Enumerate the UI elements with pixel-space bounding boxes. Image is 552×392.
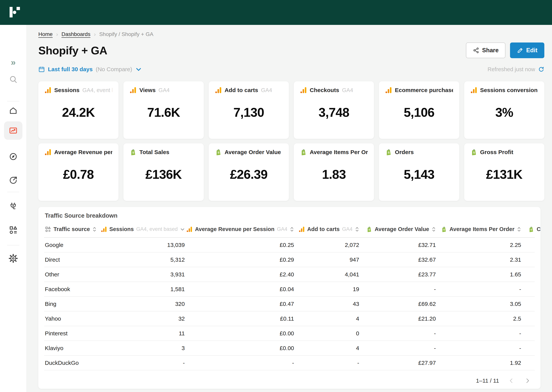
column-header-content: SAverage Items Per Order xyxy=(439,226,521,232)
search-icon[interactable] xyxy=(4,70,22,89)
metric-cell: £0.29 xyxy=(188,252,297,267)
home-icon[interactable] xyxy=(4,101,22,120)
kpi-card-average-revenue-per-s: Average Revenue per S£0.78 xyxy=(38,143,118,201)
edit-button[interactable]: Edit xyxy=(510,42,544,58)
pagination-prev-icon[interactable] xyxy=(508,377,515,385)
integrations-plug-icon[interactable] xyxy=(4,196,22,215)
metrics-shapes-icon[interactable] xyxy=(4,221,22,239)
column-label: Add to carts xyxy=(307,226,340,232)
metric-cell xyxy=(524,356,535,370)
metric-cell: 0 xyxy=(297,326,362,341)
table-row-other: Other3,931£2.404,041£23.771.65 xyxy=(44,267,535,282)
sidebar-divider xyxy=(7,192,19,192)
share-button[interactable]: Share xyxy=(466,42,505,58)
metric-cell: 4,041 xyxy=(297,267,362,282)
svg-text:S: S xyxy=(368,228,370,231)
compass-icon[interactable] xyxy=(4,147,22,166)
share-button-label: Share xyxy=(482,47,499,54)
metric-cell: - xyxy=(362,282,439,296)
metric-cell: £2.40 xyxy=(188,267,297,282)
shopify-icon: S xyxy=(528,226,534,232)
column-label: C xyxy=(537,226,540,232)
date-range-label: Last full 30 days xyxy=(48,66,93,73)
traffic-source-cell: Bing xyxy=(44,296,105,311)
kpi-value: £131K xyxy=(470,153,538,196)
sidebar-divider xyxy=(7,245,19,245)
column-header-average-revenue-per-session[interactable]: Average Revenue per SessionGA4 xyxy=(188,221,297,238)
column-header-content: Traffic source xyxy=(45,226,105,232)
metric-cell: £27.97 xyxy=(362,356,439,370)
refresh-icon[interactable] xyxy=(538,66,544,72)
metric-cell: £0.47 xyxy=(188,296,297,311)
column-header-add-to-carts[interactable]: Add to cartsGA4 xyxy=(297,221,362,238)
column-header-average-items-per-order[interactable]: SAverage Items Per Order xyxy=(439,221,524,238)
metric-cell: 43 xyxy=(297,296,362,311)
metric-cell: 19 xyxy=(297,282,362,296)
chevron-down-icon xyxy=(135,66,142,73)
date-range-filter[interactable]: Last full 30 days (No Compare) xyxy=(38,66,142,73)
table-footer: 1–11 / 11 xyxy=(44,377,535,385)
column-label: Average Revenue per Session xyxy=(195,226,275,232)
column-header-traffic-source[interactable]: Traffic source xyxy=(44,221,105,238)
kpi-value: 3,748 xyxy=(300,91,368,133)
metric-cell: 947 xyxy=(297,252,362,267)
dashboards-icon[interactable] xyxy=(4,121,22,140)
metric-cell: 2,072 xyxy=(297,238,362,252)
metric-cell: - xyxy=(362,341,439,356)
metric-cell: 2.5 xyxy=(439,311,524,326)
metric-cell xyxy=(524,267,535,282)
header-actions: Share Edit xyxy=(466,42,544,58)
collapse-double-chevron-icon[interactable]: » xyxy=(4,53,22,71)
open-external-circle-icon[interactable] xyxy=(4,171,22,189)
kpi-card-total-sales: STotal Sales£136K xyxy=(123,143,203,201)
metric-cell: 1.65 xyxy=(439,267,524,282)
traffic-source-cell: Other xyxy=(44,267,105,282)
ga4-icon xyxy=(299,226,305,232)
chevron-right-icon: › xyxy=(56,31,58,37)
column-header-average-order-value[interactable]: SAverage Order Value xyxy=(362,221,439,238)
sort-arrows-icon xyxy=(355,226,359,232)
metric-cell: 2.25 xyxy=(439,238,524,252)
metric-cell: - xyxy=(439,282,524,296)
kpi-card-views: ViewsGA471.6K xyxy=(123,81,203,139)
metric-cell xyxy=(524,296,535,311)
kpi-value: £0.78 xyxy=(44,153,112,196)
column-source-label: GA4 xyxy=(277,226,287,232)
column-source-label: GA4, event based xyxy=(136,226,178,232)
metric-cell: £0.25 xyxy=(188,238,297,252)
metric-cell: £0.04 xyxy=(188,282,297,296)
svg-text:S: S xyxy=(443,228,445,231)
left-sidebar: » xyxy=(0,25,27,392)
breadcrumb: Home › Dashboards › Shopify / Shopify + … xyxy=(38,25,544,37)
metric-cell: - xyxy=(439,341,524,356)
table-row-duckduckgo: DuckDuckGo---£27.971.92 xyxy=(44,356,535,370)
breadcrumb-dashboards-link[interactable]: Dashboards xyxy=(62,31,90,37)
column-label: Sessions xyxy=(109,226,134,232)
compare-label: (No Compare) xyxy=(96,66,132,73)
kpi-value: 1.83 xyxy=(300,153,368,196)
kpi-value: 71.6K xyxy=(130,91,197,133)
metric-cell: - xyxy=(297,356,362,370)
column-header-sessions[interactable]: SessionsGA4, event based xyxy=(105,221,188,238)
top-bar xyxy=(0,0,552,25)
metric-cell: 3.05 xyxy=(439,296,524,311)
brand-logo-icon[interactable] xyxy=(10,7,20,18)
table-row-direct: Direct5,312£0.29947£32.672.31 xyxy=(44,252,535,267)
dimension-icon xyxy=(45,226,51,232)
table-row-google: Google13,039£0.252,072£32.712.25 xyxy=(44,238,535,252)
breadcrumb-home-link[interactable]: Home xyxy=(38,31,53,37)
kpi-card-ecommerce-purchases: Ecommerce purchases5,106 xyxy=(379,81,459,139)
pagination-next-icon[interactable] xyxy=(524,377,531,385)
title-row: Shopify + GA Share Edit xyxy=(38,42,544,58)
metric-cell: 1.92 xyxy=(439,356,524,370)
sort-descending-icon xyxy=(180,227,185,231)
refreshed-label: Refreshed just now xyxy=(488,66,535,73)
kpi-value: 24.2K xyxy=(44,91,112,133)
metric-cell: - xyxy=(105,356,188,370)
traffic-source-cell: Google xyxy=(44,238,105,252)
kpi-card-checkouts: CheckoutsGA43,748 xyxy=(294,81,374,139)
settings-gear-icon[interactable] xyxy=(4,249,22,268)
metric-cell: 1,581 xyxy=(105,282,188,296)
kpi-value: £136K xyxy=(130,153,197,196)
metric-cell: £69.62 xyxy=(362,296,439,311)
